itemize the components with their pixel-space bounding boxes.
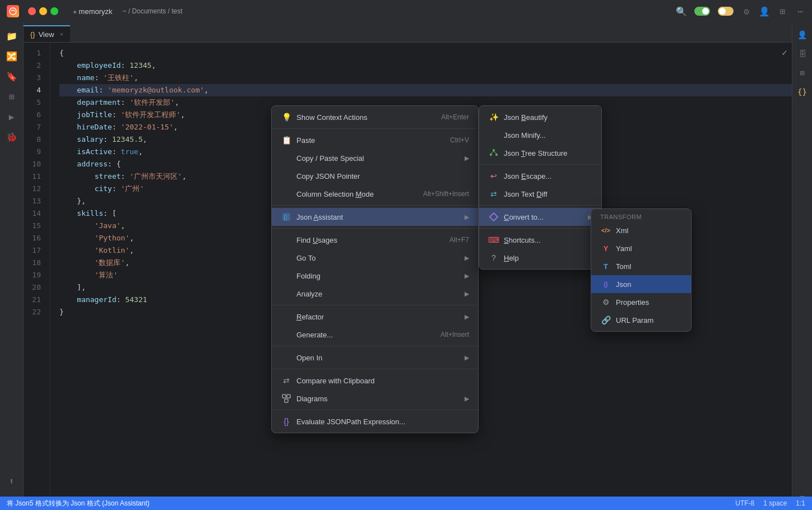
right-sidebar: 👤 🗄 ⊞ {} ⊟ <box>792 22 812 510</box>
convert-label-xml: Xml <box>616 226 682 235</box>
menu-item-copy-json-pointer[interactable]: Copy JSON Pointer <box>272 167 478 185</box>
menu-item-refactor[interactable]: Refactor ▶ <box>272 308 478 326</box>
sidebar-icon-debug[interactable]: 🐞 <box>3 128 21 146</box>
submenu-label-json-escape: Json Escape... <box>504 172 592 180</box>
status-bar-encoding[interactable]: UTF-8 <box>735 499 754 507</box>
submenu-label-shortcuts: Shortcuts... <box>504 236 592 244</box>
sidebar-icon-run[interactable]: ▶ <box>3 108 21 126</box>
menu-shortcut-generate: Alt+Insert <box>440 331 469 339</box>
submenu-help[interactable]: ? Help <box>479 249 601 267</box>
app-logo <box>7 5 19 17</box>
maximize-button[interactable] <box>50 7 58 15</box>
escape-icon: ↩ <box>488 171 499 180</box>
submenu-convert-to[interactable]: Convert to... ▶ <box>479 208 601 226</box>
compare-icon: ⇄ <box>281 376 292 385</box>
convert-label-yaml: Yaml <box>616 244 682 253</box>
menu-label-copy-json-pointer: Copy JSON Pointer <box>296 172 469 180</box>
jsonpath-icon: {} <box>281 417 292 426</box>
submenu-json-tree[interactable]: Json Tree Structure <box>479 144 601 162</box>
menu-item-show-context-actions[interactable]: 💡 Show Context Actions Alt+Enter <box>272 108 478 126</box>
menu-item-open-in[interactable]: Open In ▶ <box>272 349 478 367</box>
editor-tab-view[interactable]: {} View × <box>24 25 70 42</box>
tab-icon: {} <box>30 30 35 39</box>
line-num-16: 16 <box>24 232 45 244</box>
project-name: ● memoryzk <box>73 7 113 16</box>
close-button[interactable] <box>28 7 36 15</box>
arrow-icon-folding: ▶ <box>465 272 469 280</box>
svg-point-0 <box>10 8 16 15</box>
menu-item-column-selection-mode[interactable]: Column Selection Mode Alt+Shift+Insert <box>272 185 478 203</box>
menu-item-json-assistant[interactable]: {} Json Assistant ▶ <box>272 208 478 226</box>
submenu-divider-2 <box>479 205 601 206</box>
status-bar-position[interactable]: 1:1 <box>796 499 805 507</box>
status-bar-indent[interactable]: 1 space <box>763 499 787 507</box>
settings-icon[interactable]: ⚙ <box>741 6 751 16</box>
convert-item-properties[interactable]: ⚙ Properties <box>591 293 691 311</box>
status-bar-left-text: 将 Json5 格式转换为 Json 格式 (Json Assistant) <box>7 499 150 508</box>
submenu-json-beautify[interactable]: ✨ Json Beautify <box>479 108 601 126</box>
line-num-15: 15 <box>24 220 45 232</box>
menu-item-diagrams[interactable]: Diagrams ▶ <box>272 390 478 407</box>
menu-label-paste: Paste <box>296 136 450 145</box>
tab-label: View <box>39 30 54 39</box>
menu-item-paste[interactable]: 📋 Paste Ctrl+V <box>272 131 478 149</box>
sidebar-icon-git[interactable]: ⬆ <box>3 472 21 490</box>
svg-line-10 <box>494 151 497 154</box>
convert-item-toml[interactable]: T Toml <box>591 257 691 275</box>
json-format-icon: {} <box>600 281 611 288</box>
minimize-button[interactable] <box>39 7 47 15</box>
convert-item-yaml[interactable]: Y Yaml <box>591 239 691 257</box>
line-num-11: 11 <box>24 170 45 183</box>
submenu-label-json-beautify: Json Beautify <box>504 113 592 122</box>
arrow-icon-json-assistant: ▶ <box>465 214 469 221</box>
more-icon[interactable]: ⋯ <box>795 6 805 16</box>
menu-item-go-to[interactable]: Go To ▶ <box>272 249 478 267</box>
run-button[interactable] <box>694 7 710 16</box>
menu-label-show-context-actions: Show Context Actions <box>296 113 441 122</box>
url-param-icon: 🔗 <box>600 316 611 324</box>
right-icon-json[interactable]: {} <box>795 84 810 100</box>
menu-item-evaluate-jsonpath[interactable]: {} Evaluate JSONPath Expression... <box>272 412 478 430</box>
sidebar-icon-commits[interactable]: 🔀 <box>3 47 21 65</box>
line-num-17: 17 <box>24 244 45 257</box>
menu-item-analyze[interactable]: Analyze ▶ <box>272 285 478 303</box>
menu-item-copy-paste-special[interactable]: Copy / Paste Special ▶ <box>272 149 478 167</box>
line-num-7: 7 <box>24 121 45 133</box>
toml-icon: T <box>600 262 611 271</box>
menu-divider-2 <box>272 205 478 206</box>
line-num-22: 22 <box>24 306 45 318</box>
convert-label-url-param: URL Param <box>616 316 682 324</box>
menu-item-folding[interactable]: Folding ▶ <box>272 267 478 285</box>
submenu-json-escape[interactable]: ↩ Json Escape... <box>479 167 601 185</box>
line-num-3: 3 <box>24 72 45 84</box>
sidebar-icon-bookmarks[interactable]: 🔖 <box>3 67 21 85</box>
right-icon-plugins[interactable]: ⊞ <box>795 65 810 81</box>
submenu-label-json-minify: Json Minify... <box>504 131 592 140</box>
convert-item-xml[interactable]: </> Xml <box>591 221 691 239</box>
search-everywhere-icon[interactable]: 🔍 <box>676 6 686 16</box>
menu-label-folding: Folding <box>296 272 460 280</box>
help-icon: ? <box>488 253 499 262</box>
left-sidebar: 📁 🔀 🔖 ⊞ ▶ 🐞 ⬆ ⊞ <box>0 22 24 510</box>
editor-checkmark: ✓ <box>782 47 787 58</box>
titlebar: ● memoryzk ~ / Documents / test 🔍 ⚙ 👤 ⊞ … <box>0 0 812 22</box>
submenu-json-text-diff[interactable]: ⇄ Json Text Diff <box>479 185 601 203</box>
git-icon[interactable]: ⊞ <box>777 6 787 16</box>
menu-item-find-usages[interactable]: Find Usages Alt+F7 <box>272 231 478 249</box>
sidebar-icon-structure[interactable]: ⊞ <box>3 87 21 105</box>
submenu-shortcuts[interactable]: ⌨ Shortcuts... <box>479 231 601 249</box>
debug-button[interactable] <box>718 7 734 16</box>
sidebar-icon-project[interactable]: 📁 <box>3 27 21 45</box>
menu-label-analyze: Analyze <box>296 290 460 298</box>
tab-close-button[interactable]: × <box>60 31 63 38</box>
notifications-icon[interactable]: 👤 <box>759 6 769 16</box>
menu-label-column-selection-mode: Column Selection Mode <box>296 190 423 198</box>
right-icon-notifications[interactable]: 👤 <box>795 27 810 43</box>
right-icon-database[interactable]: 🗄 <box>795 46 810 62</box>
submenu-label-json-tree: Json Tree Structure <box>504 149 592 157</box>
convert-item-url-param[interactable]: 🔗 URL Param <box>591 311 691 329</box>
menu-item-compare-clipboard[interactable]: ⇄ Compare with Clipboard <box>272 372 478 390</box>
convert-item-json[interactable]: {} Json <box>591 275 691 293</box>
menu-item-generate[interactable]: Generate... Alt+Insert <box>272 326 478 344</box>
submenu-json-minify[interactable]: Json Minify... <box>479 126 601 144</box>
